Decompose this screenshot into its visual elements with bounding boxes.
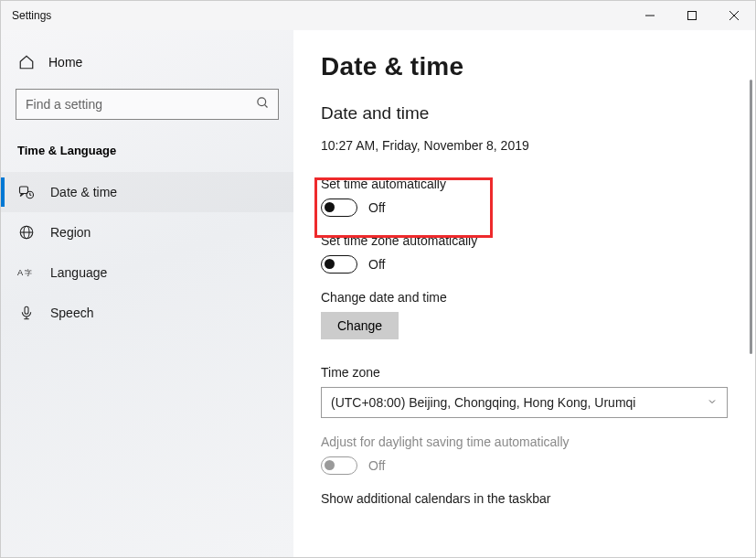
change-datetime-block: Change date and time Change (321, 290, 755, 339)
close-button[interactable] (713, 1, 755, 30)
section-title: Date and time (321, 103, 755, 123)
scrollbar[interactable] (750, 80, 752, 354)
titlebar: Settings (1, 1, 755, 30)
dst-block: Adjust for daylight saving time automati… (321, 435, 755, 475)
sidebar-item-region[interactable]: Region (1, 212, 293, 252)
set-time-auto-label: Set time automatically (321, 177, 755, 191)
sidebar-home[interactable]: Home (16, 48, 279, 76)
svg-rect-13 (25, 306, 28, 314)
maximize-icon (687, 11, 697, 20)
svg-rect-6 (20, 187, 28, 194)
sidebar-item-date-time[interactable]: Date & time (1, 172, 293, 212)
svg-point-4 (258, 97, 266, 105)
sidebar-item-label: Speech (50, 306, 93, 320)
minimize-icon (645, 11, 655, 20)
svg-line-5 (264, 104, 267, 107)
set-tz-auto-state: Off (368, 257, 385, 272)
svg-text:A: A (17, 268, 24, 277)
change-datetime-label: Change date and time (321, 290, 755, 305)
minimize-button[interactable] (629, 1, 671, 30)
clock-speech-icon (17, 184, 36, 200)
window-title: Settings (12, 9, 629, 22)
svg-text:字: 字 (25, 268, 32, 277)
close-icon (729, 11, 739, 20)
main-content: Date & time Date and time 10:27 AM, Frid… (293, 30, 755, 557)
page-title: Date & time (321, 52, 755, 81)
change-button[interactable]: Change (321, 312, 399, 339)
timezone-block: Time zone (UTC+08:00) Beijing, Chongqing… (321, 365, 755, 418)
maximize-button[interactable] (671, 1, 713, 30)
globe-icon (17, 224, 36, 241)
set-tz-auto-toggle[interactable] (321, 255, 357, 274)
sidebar-nav: Date & time Region A 字 Language (1, 172, 293, 333)
sidebar-item-label: Date & time (50, 185, 117, 199)
language-icon: A 字 (17, 265, 36, 280)
svg-rect-1 (688, 12, 697, 20)
set-time-auto-block: Set time automatically Off (321, 177, 755, 217)
dst-toggle (321, 456, 357, 475)
taskbar-calendars-label: Show additional calendars in the taskbar (321, 491, 755, 506)
sidebar: Home Time & Language Date & time Region (1, 30, 293, 557)
sidebar-section-header: Time & Language (16, 144, 279, 157)
timezone-label: Time zone (321, 365, 755, 380)
sidebar-home-label: Home (48, 55, 82, 70)
home-icon (17, 54, 36, 70)
dst-label: Adjust for daylight saving time automati… (321, 435, 755, 449)
set-time-auto-toggle[interactable] (321, 199, 357, 217)
set-tz-auto-label: Set time zone automatically (321, 233, 755, 248)
microphone-icon (17, 305, 36, 321)
search-input[interactable] (26, 97, 256, 112)
chevron-down-icon (707, 396, 718, 410)
set-time-auto-state: Off (368, 200, 385, 215)
search-icon (256, 96, 271, 113)
sidebar-item-speech[interactable]: Speech (1, 293, 293, 333)
search-box[interactable] (16, 89, 279, 120)
dst-state: Off (368, 458, 385, 473)
sidebar-item-label: Region (50, 225, 91, 240)
current-datetime: 10:27 AM, Friday, November 8, 2019 (321, 138, 755, 153)
set-tz-auto-block: Set time zone automatically Off (321, 233, 755, 274)
sidebar-item-label: Language (50, 265, 107, 280)
timezone-select[interactable]: (UTC+08:00) Beijing, Chongqing, Hong Kon… (321, 387, 728, 418)
sidebar-item-language[interactable]: A 字 Language (1, 252, 293, 293)
timezone-selected-value: (UTC+08:00) Beijing, Chongqing, Hong Kon… (331, 395, 635, 410)
